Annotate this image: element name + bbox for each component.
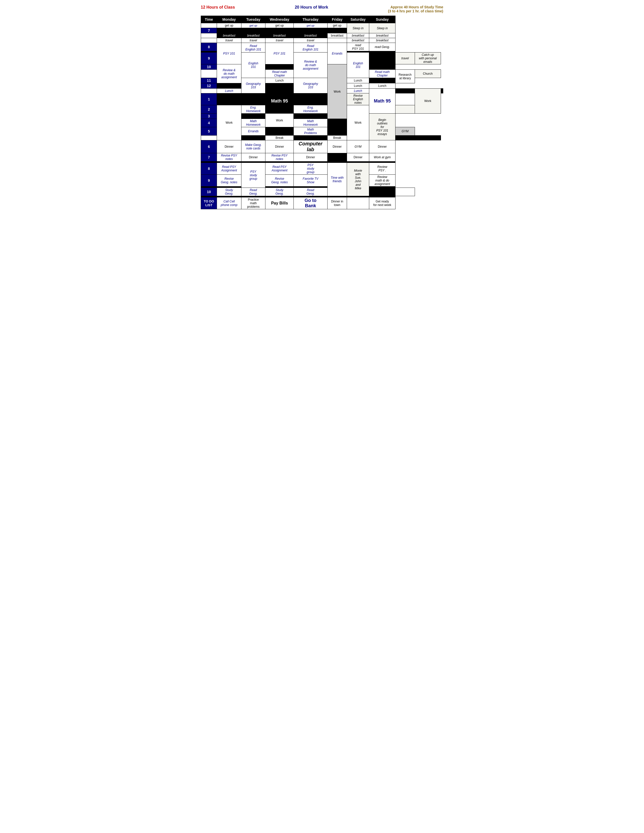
col-wednesday: Wednesday — [266, 16, 294, 23]
schedule-table: Time Monday Tuesday Wednesday Thursday F… — [201, 16, 443, 209]
cell — [217, 93, 241, 105]
time-cell: 10 — [201, 188, 217, 196]
cell — [328, 38, 347, 43]
cell: PSYstudygroup — [241, 163, 266, 188]
todo-cell: TO DOLIST — [201, 198, 217, 209]
time-cell: 2 — [201, 105, 217, 114]
table-row: 8 PSY 101 ReadEnglish 101 PSY 101 ReadEn… — [201, 43, 443, 51]
cell — [266, 28, 294, 33]
cell: ReviseGeog. notes — [217, 175, 241, 187]
cell: Get readyfor next week — [369, 198, 396, 209]
cell: Revise PSYnotes — [217, 153, 241, 162]
cell: breakfast — [347, 33, 369, 38]
time-cell — [201, 70, 217, 78]
cell: Math 95 — [369, 88, 396, 114]
cell: get up — [241, 23, 266, 28]
cell: MoviewithSue,JohnandMike — [347, 163, 369, 196]
time-cell: 12 — [201, 83, 217, 88]
time-cell — [201, 135, 217, 140]
cell: English101 — [347, 53, 369, 78]
cell — [441, 88, 443, 93]
cell — [266, 127, 294, 135]
cell: Pay Bills — [266, 198, 294, 209]
table-row: 2 Work Eng.Homework Eng.Homework Work — [201, 105, 443, 114]
time-cell: 1 — [201, 93, 217, 105]
cell: StudyGeog. — [266, 188, 294, 196]
cell: get up — [294, 23, 328, 28]
table-row: get up get up get up get up get up Sleep… — [201, 23, 443, 28]
cell: Dinner — [328, 140, 347, 153]
cell: travel — [241, 38, 266, 43]
cell: Math 95 — [266, 88, 294, 114]
cell: Work — [328, 64, 347, 119]
cell: Call Cellphone comp — [217, 198, 241, 209]
cell: PSY 101 — [217, 43, 241, 64]
col-sunday: Sunday — [369, 16, 396, 23]
cell: GYM — [395, 127, 415, 135]
cell — [395, 188, 415, 196]
time-cell: 3 — [201, 114, 217, 119]
cell — [395, 88, 415, 93]
cell: Read mathChapter — [369, 70, 396, 78]
cell: Work — [217, 105, 241, 140]
table-row: TO DOLIST Call Cellphone comp Practicema… — [201, 198, 443, 209]
cell: Work — [415, 88, 441, 114]
cell: Dinner — [369, 140, 396, 153]
cell: Dinner — [347, 153, 369, 162]
table-row: breakfast breakfast breakfast breakfast … — [201, 33, 443, 38]
cell: travel — [395, 53, 415, 64]
page-header: 12 Hours of Class 20 Hours of Work Appro… — [201, 5, 443, 13]
cell: Work — [266, 114, 294, 127]
cell: ReviewPSY . — [369, 163, 396, 175]
cell: Dinner — [294, 153, 328, 162]
time-cell: 4 — [201, 119, 217, 127]
cell — [266, 83, 294, 88]
header-right: Approx 40 Hours of Study Time(3 to 4 hrs… — [388, 5, 443, 13]
cell: Lunch — [266, 78, 294, 83]
cell — [328, 28, 347, 33]
cell — [217, 83, 241, 88]
cell: MathProblems — [294, 127, 328, 135]
cell: get up — [328, 23, 347, 28]
cell: Dinner — [266, 140, 294, 153]
cell: Eng.Homework — [294, 105, 328, 114]
cell — [415, 135, 441, 140]
cell — [328, 119, 347, 127]
col-monday: Monday — [217, 16, 241, 23]
cell: read Geog. — [369, 43, 396, 51]
header-left: 12 Hours of Class — [201, 5, 235, 13]
cell — [241, 114, 266, 119]
cell: Make Geog.note cards — [241, 140, 266, 153]
cell: Catch upwith personalemails — [415, 53, 441, 64]
cell: ReadGeog. — [241, 188, 266, 196]
time-cell: 10 — [201, 64, 217, 70]
cell — [266, 64, 294, 70]
cell: breakfast — [266, 33, 294, 38]
col-tuesday: Tuesday — [241, 16, 266, 23]
time-cell: 5 — [201, 127, 217, 135]
table-row: 8 Read PSYAssignment PSYstudygroup Read … — [201, 163, 443, 175]
cell: Geography103 — [294, 78, 328, 93]
cell — [369, 53, 396, 64]
cell: Lunch — [347, 83, 369, 88]
cell: Work — [347, 105, 369, 140]
cell — [347, 198, 369, 209]
cell: ReadEnglish 101 — [241, 43, 266, 53]
cell: readPSY 101 — [347, 43, 369, 51]
cell: travel — [217, 38, 241, 43]
header-center: 20 Hours of Work — [295, 5, 328, 13]
cell — [395, 105, 415, 114]
time-cell: 9 — [201, 175, 217, 187]
cell: travel — [266, 38, 294, 43]
cell: GYM — [347, 140, 369, 153]
time-cell: 7 — [201, 153, 217, 162]
cell: Lunch — [369, 83, 396, 88]
cell: Dinner — [241, 153, 266, 162]
time-cell — [201, 33, 217, 38]
cell: StudyGeog. — [217, 188, 241, 196]
cell — [395, 135, 415, 140]
cell — [294, 135, 328, 140]
cell — [241, 135, 266, 140]
cell — [369, 78, 396, 83]
cell: Read mathChapter — [266, 70, 294, 78]
